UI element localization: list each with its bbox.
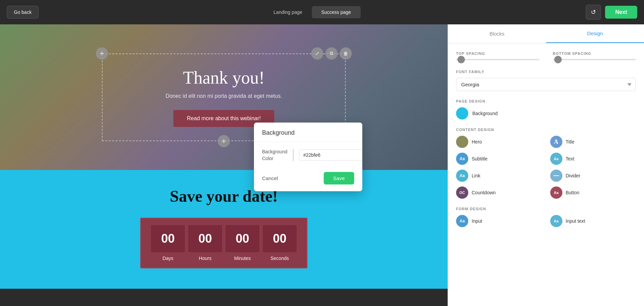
countdown-days-value: 00: [151, 225, 185, 252]
countdown-seconds-label: Seconds: [271, 256, 289, 261]
design-item-hero[interactable]: Hero: [456, 136, 542, 148]
history-button[interactable]: ↺: [586, 5, 601, 20]
link-design-label: Link: [472, 173, 480, 178]
button-design-label: Button: [566, 190, 579, 195]
countdown-seconds-value: 00: [263, 225, 297, 252]
bg-color-label2: Color: [262, 156, 273, 161]
countdown-minutes-value: 00: [226, 225, 259, 252]
countdown-hours-label: Hours: [199, 256, 211, 261]
duplicate-block-button[interactable]: ⧉: [325, 47, 338, 60]
top-bar-center: Landing page Success page: [264, 6, 361, 18]
input-text-design-label: Input text: [566, 218, 585, 224]
bg-save-button[interactable]: Save: [324, 172, 354, 184]
spacing-row: TOP SPACING BOTTOM SPACING: [456, 51, 636, 60]
tab-design[interactable]: Design: [546, 24, 644, 43]
design-item-title[interactable]: A Title: [550, 136, 636, 148]
add-block-bottom-button[interactable]: ✛: [218, 135, 230, 147]
panel-tabs: Blocks Design: [448, 24, 644, 43]
title-design-label: Title: [566, 139, 575, 145]
divider-design-avatar: [550, 170, 562, 182]
form-design-grid: Aa Input Aa Input text: [456, 215, 636, 227]
countdown-unit-days: 00 Days: [151, 225, 185, 261]
right-panel: Blocks Design TOP SPACING BOTTOM SPACING: [448, 24, 644, 306]
success-page-tab[interactable]: Success page: [312, 6, 361, 18]
hero-section: ✛ ⤢ ⧉ 🗑 ✛ Thank you! Donec id elit non m…: [0, 24, 448, 170]
block-controls-tr: ⤢ ⧉ 🗑: [311, 47, 352, 60]
countdown-design-label: Countdown: [472, 190, 496, 195]
top-bar-left: Go back: [7, 6, 39, 19]
design-item-link[interactable]: Aa Link: [456, 170, 542, 182]
top-bar: Go back Landing page Success page ↺ Next: [0, 0, 644, 24]
bg-popup-footer: Cancel Save: [254, 168, 362, 191]
next-button[interactable]: Next: [605, 6, 637, 19]
bottom-spacing-label: BOTTOM SPACING: [553, 51, 636, 56]
font-family-select[interactable]: Georgia: [456, 78, 636, 91]
countdown-minutes-label: Minutes: [234, 256, 251, 261]
countdown-unit-minutes: 00 Minutes: [226, 225, 259, 261]
text-design-avatar: Aa: [550, 153, 562, 165]
title-design-avatar: A: [550, 136, 562, 148]
bg-color-label: Background: [262, 149, 287, 154]
design-item-text[interactable]: Aa Text: [550, 153, 636, 165]
canvas-area[interactable]: ✛ ⤢ ⧉ 🗑 ✛ Thank you! Donec id elit non m…: [0, 24, 448, 306]
countdown-design-avatar: OC: [456, 187, 468, 199]
input-design-label: Input: [472, 218, 482, 224]
top-spacing-label: TOP SPACING: [456, 51, 539, 56]
design-item-input[interactable]: Aa Input: [456, 215, 542, 227]
content-design-section-label: CONTENT DESIGN: [456, 128, 636, 132]
link-design-avatar: Aa: [456, 170, 468, 182]
design-item-input-text[interactable]: Aa Input text: [550, 215, 636, 227]
landing-page-tab[interactable]: Landing page: [264, 6, 312, 18]
background-design-label: Background: [472, 111, 498, 116]
countdown-days-label: Days: [163, 256, 173, 261]
countdown-section: Save your date! 00 Days 00 Hours 00 Minu…: [0, 170, 448, 289]
design-item-divider[interactable]: Divider: [550, 170, 636, 182]
bottom-spacing-item: BOTTOM SPACING: [553, 51, 636, 60]
top-spacing-slider-thumb[interactable]: [457, 56, 465, 63]
subtitle-design-avatar: Aa: [456, 153, 468, 165]
background-popup: Background Background Color Cancel Save: [254, 123, 362, 191]
page-design-row: Background: [456, 107, 636, 119]
hero-design-label: Hero: [472, 139, 482, 145]
bottom-spacing-slider-thumb[interactable]: [554, 56, 562, 63]
countdown-unit-seconds: 00 Seconds: [263, 225, 297, 261]
color-swatch[interactable]: [293, 149, 294, 161]
content-design-grid: Hero A Title Aa Subtitle Aa Text Aa Link: [456, 136, 636, 199]
countdown-unit-hours: 00 Hours: [188, 225, 222, 261]
text-design-label: Text: [566, 156, 575, 161]
canvas-scroll: ✛ ⤢ ⧉ 🗑 ✛ Thank you! Donec id elit non m…: [0, 24, 448, 289]
hero-subtitle: Donec id elit non mi porta gravida at eg…: [123, 93, 325, 99]
top-spacing-slider-track: [456, 59, 539, 60]
input-design-avatar: Aa: [456, 215, 468, 227]
top-bar-right: ↺ Next: [586, 5, 637, 20]
delete-block-button[interactable]: 🗑: [340, 47, 352, 60]
background-design-avatar[interactable]: [456, 107, 468, 119]
main-area: ✛ ⤢ ⧉ 🗑 ✛ Thank you! Donec id elit non m…: [0, 24, 644, 306]
tab-blocks[interactable]: Blocks: [448, 24, 546, 43]
panel-body: TOP SPACING BOTTOM SPACING FONT FAMILY G…: [448, 43, 644, 306]
design-item-button[interactable]: Aa Button: [550, 187, 636, 199]
form-design-section-label: FORM DESIGN: [456, 207, 636, 211]
design-item-subtitle[interactable]: Aa Subtitle: [456, 153, 542, 165]
divider-design-label: Divider: [566, 173, 581, 178]
top-spacing-item: TOP SPACING: [456, 51, 539, 60]
countdown-widget: 00 Days 00 Hours 00 Minutes 00 Seconds: [140, 218, 307, 268]
hero-title: Thank you!: [123, 68, 325, 88]
button-design-avatar: Aa: [550, 187, 562, 199]
hero-design-avatar: [456, 136, 468, 148]
block-controls-top: ✛: [96, 47, 108, 60]
move-block-button[interactable]: ✛: [96, 47, 108, 60]
bg-popup-title: Background: [254, 123, 362, 142]
bottom-spacing-slider-track: [553, 59, 636, 60]
color-value-input[interactable]: [299, 149, 362, 161]
bg-popup-body: Background Color: [254, 142, 362, 168]
design-item-countdown[interactable]: OC Countdown: [456, 187, 542, 199]
bg-cancel-button[interactable]: Cancel: [262, 175, 278, 181]
resize-block-button[interactable]: ⤢: [311, 47, 323, 60]
countdown-hours-value: 00: [188, 225, 222, 252]
block-controls-bottom: ✛: [218, 135, 230, 147]
font-family-section-label: FONT FAMILY: [456, 70, 636, 74]
go-back-button[interactable]: Go back: [7, 6, 39, 19]
input-text-design-avatar: Aa: [550, 215, 562, 227]
subtitle-design-label: Subtitle: [472, 156, 488, 161]
